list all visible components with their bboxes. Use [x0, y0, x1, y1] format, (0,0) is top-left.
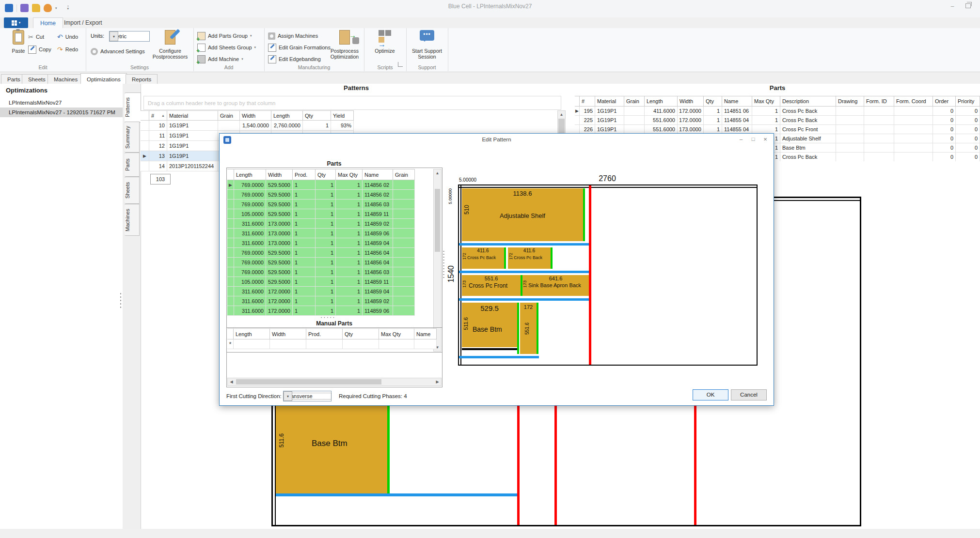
start-support-session-button[interactable]: ••• Start Support Session — [411, 29, 443, 60]
column-header[interactable] — [575, 96, 580, 107]
units-combobox[interactable]: Metric ▼ — [109, 31, 150, 42]
row-indicator — [141, 131, 149, 141]
diagram-label: 173 — [462, 280, 467, 288]
minimize-button[interactable]: – — [946, 3, 959, 11]
diagram-label: 551.6 — [525, 323, 530, 335]
column-header[interactable]: Yield — [331, 111, 354, 121]
cell: 0 — [956, 143, 980, 153]
cell — [894, 125, 933, 134]
diagram-label: Base Btm — [473, 326, 502, 333]
ribbon-group-add: Add Parts Group▾ Add Sheets Group▾ Add M… — [193, 28, 265, 71]
cut-button[interactable]: ✂ Cut — [28, 32, 44, 42]
restore-icon — [965, 3, 971, 8]
paste-icon — [13, 30, 24, 45]
column-header[interactable]: Max Qty — [752, 96, 780, 107]
column-header[interactable]: Width — [678, 96, 704, 107]
copy-button[interactable]: Copy — [28, 45, 51, 54]
cell: 10 — [149, 121, 167, 131]
assign-machines-button[interactable]: Assign Machines — [268, 31, 318, 41]
column-header[interactable] — [141, 111, 149, 121]
redo-button[interactable]: ↷ Redo — [57, 45, 78, 54]
add-machine-button[interactable]: Add Machine▾ — [197, 54, 243, 64]
add-parts-group-button[interactable]: Add Parts Group▾ — [197, 31, 252, 41]
restore-button[interactable] — [962, 2, 974, 10]
patterns-groupby-bar[interactable]: Drag a column header here to group by th… — [143, 96, 561, 110]
ribbon: Paste ✂ Cut Copy ↶ Undo ↷ Redo Edit Unit… — [0, 28, 980, 72]
optimization-list-item[interactable]: LPInternalsMixNov27 — [0, 98, 123, 108]
column-header[interactable]: # — [580, 96, 595, 107]
column-header[interactable]: Length — [271, 111, 303, 121]
advanced-settings-button[interactable]: Advanced Settings — [91, 46, 145, 56]
cell: 1G19P1 — [595, 116, 624, 125]
table-row[interactable]: 101G19P11,540.00002,760.0000193% — [141, 121, 354, 131]
edit-edgebanding-button[interactable]: Edit Edgebanding — [268, 54, 321, 64]
ribbon-tab-import-export[interactable]: Import / Export — [57, 17, 109, 28]
table-row[interactable]: 2251G19P1551.6000172.00001114855 041Cros… — [575, 116, 980, 125]
column-header[interactable]: Drawing — [836, 96, 864, 107]
cell: 0 — [956, 134, 980, 143]
row-indicator: ▶ — [575, 107, 580, 116]
optimize-icon: → — [379, 30, 391, 43]
column-header[interactable]: Priority — [956, 96, 980, 107]
cell — [864, 143, 894, 153]
cell: 1 — [752, 107, 780, 116]
app-menu-button[interactable]: ▾ — [4, 17, 28, 28]
diagram-label: 641.6 — [522, 276, 589, 281]
vtab-summary[interactable]: Summary — [125, 122, 140, 153]
ribbon-group-scripts: → Optimize Scripts — [364, 28, 407, 71]
cell: 12 — [149, 141, 167, 151]
tab-optimizations[interactable]: Optimizations — [80, 73, 127, 84]
column-header[interactable]: Order — [933, 96, 956, 107]
undo-button[interactable]: ↶ Undo — [57, 32, 78, 42]
configure-postprocessors-icon — [165, 30, 175, 45]
column-header[interactable]: Width — [240, 111, 271, 121]
column-header[interactable]: Length — [645, 96, 678, 107]
column-header[interactable]: Name — [722, 96, 752, 107]
trim-left-label: 5.00000 — [448, 188, 453, 204]
table-row[interactable]: ▶1951G19P1411.6000172.00001114851 061Cro… — [575, 107, 980, 116]
vtab-sheets[interactable]: Sheets — [125, 177, 140, 204]
tab-machines[interactable]: Machines — [47, 74, 84, 84]
column-header[interactable]: Form. ID — [864, 96, 894, 107]
optimization-list-item-selected[interactable]: LPInternalsMixNov27 - 1292015 71627 PM — [0, 108, 123, 117]
diagram-label: 172 — [509, 253, 513, 260]
edit-grain-formations-button[interactable]: Edit Grain Formations — [268, 43, 331, 52]
vtab-patterns[interactable]: Patterns — [125, 92, 141, 123]
scroll-up-icon[interactable]: ▲ — [558, 111, 565, 118]
column-header[interactable]: Material — [595, 96, 624, 107]
postprocess-optimization-button[interactable]: Postprocess Optimization — [327, 29, 362, 60]
title-bar: ▾ ▾ Blue Cell - LPInternalsMixNov27 – — [0, 0, 980, 17]
add-sheets-group-button[interactable]: Add Sheets Group▾ — [197, 43, 256, 52]
cell — [864, 153, 894, 162]
configure-postprocessors-button[interactable]: Configure Postprocessors — [150, 29, 190, 60]
cell — [218, 121, 240, 131]
vtab-parts[interactable]: Parts — [125, 153, 140, 177]
column-header[interactable]: Material — [167, 111, 218, 121]
column-header[interactable]: #▲ — [149, 111, 167, 121]
column-header[interactable]: Form. Coord — [894, 96, 933, 107]
cut-line-blue — [276, 493, 518, 496]
cut-line-green — [504, 247, 506, 269]
edit-edgebanding-icon — [268, 55, 276, 63]
tab-reports[interactable]: Reports — [126, 74, 158, 84]
column-header[interactable]: Description — [780, 96, 836, 107]
cell: 1 — [303, 121, 331, 131]
diagram-label: Cross Pc Back — [514, 256, 542, 260]
cut-line-green — [517, 303, 519, 354]
cell — [836, 125, 864, 134]
vtab-machines[interactable]: Machines — [125, 204, 140, 236]
optimize-button[interactable]: → Optimize — [369, 29, 400, 54]
diagram-label: 411.6 — [462, 248, 504, 253]
cell: 1G19P1 — [167, 151, 218, 161]
cell: 1G19P1 — [167, 121, 218, 131]
column-header[interactable]: Qty — [704, 96, 722, 107]
column-header[interactable]: Grain — [624, 96, 645, 107]
sheet-outline: 1138.6Adjustable Shelf510411.6Cross Pc B… — [458, 184, 758, 366]
column-header[interactable]: Qty — [303, 111, 331, 121]
app-menu-dropdown-icon: ▾ — [19, 21, 21, 25]
column-header[interactable]: Grain — [218, 111, 240, 121]
assign-machines-icon — [268, 32, 275, 40]
sidebar-splitter[interactable] — [120, 292, 122, 309]
units-dropdown-icon: ▼ — [110, 31, 118, 41]
group-label-settings: Settings — [86, 64, 193, 70]
